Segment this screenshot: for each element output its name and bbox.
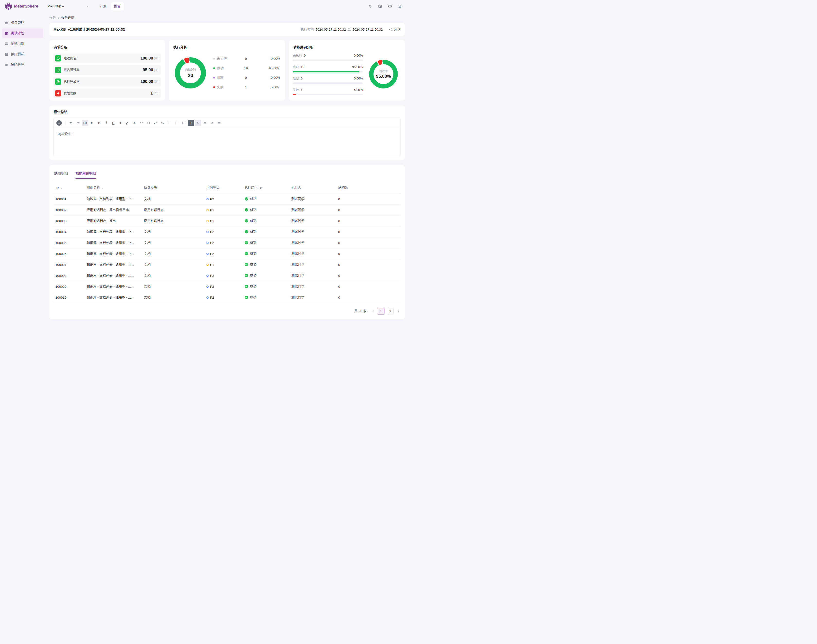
cell-level: P2 <box>204 238 243 248</box>
ordered-list-icon[interactable]: 123 <box>174 120 180 126</box>
analysis-cards: 请求分析 通过阈值 100.00 (%) 报告通过率 95.00 (%) 执行完… <box>49 40 405 101</box>
breadcrumb-parent[interactable]: 报告 <box>49 15 56 20</box>
sidebar-item-4[interactable]: 缺陷管理 <box>2 60 43 69</box>
cell-case-name[interactable]: 知识库 - 文档列表 - 通用型 - 上... <box>84 248 142 259</box>
donut-center-label: 通过率 <box>379 69 388 74</box>
sidebar-item-3[interactable]: API 接口测试 <box>2 49 43 59</box>
column-header-4: 执行结果 <box>243 181 290 194</box>
table-row[interactable]: 100007 知识库 - 文档列表 - 通用型 - 上... 文档 P1 成功 … <box>54 259 401 270</box>
strikethrough-icon[interactable]: T <box>117 120 123 126</box>
metric-unit: (%) <box>154 68 158 72</box>
nav-item-plan[interactable]: 计划 <box>97 2 109 11</box>
functional-analysis-card: 功能用例分析 未执行 0 0.00% 成功 19 <box>289 40 405 101</box>
level-ring-icon <box>206 198 209 200</box>
page-button-1[interactable]: 1 <box>378 308 384 314</box>
cell-case-name[interactable]: 应用对话日志 - 导出搜索日志 <box>84 205 142 216</box>
share-button[interactable]: 分享 <box>389 27 401 32</box>
table-row[interactable]: 100010 知识库 - 文档列表 - 通用型 - 上... 文档 P2 成功 … <box>54 292 401 303</box>
success-icon <box>245 263 248 266</box>
cell-case-name[interactable]: 知识库 - 文档列表 - 通用型 - 上... <box>84 292 142 303</box>
execution-analysis-title: 执行分析 <box>174 45 281 49</box>
chevron-down-icon <box>86 5 89 8</box>
sidebar-item-1[interactable]: 测试计划 <box>2 28 43 38</box>
legend-percent: 95.00% <box>269 66 280 70</box>
font-color-icon[interactable]: A <box>131 120 138 126</box>
underline-icon[interactable]: U <box>110 120 117 126</box>
filter-icon[interactable] <box>259 186 263 189</box>
table-row[interactable]: 100005 知识库 - 文档列表 - 通用型 - 上... 文档 P2 成功 … <box>54 238 401 248</box>
table-row[interactable]: 100003 应用对话日志 - 导出 应用对话日志 P1 成功 测试同学 0 <box>54 216 401 227</box>
bell-icon[interactable] <box>368 4 372 9</box>
cell-defects: 0 <box>336 227 401 238</box>
font-size-icon[interactable]: TT <box>89 120 95 126</box>
svg-text:x: x <box>154 122 155 124</box>
cell-case-name[interactable]: 知识库 - 文档列表 - 通用型 - 上... <box>84 270 142 281</box>
highlighter-icon[interactable] <box>124 120 131 126</box>
code-block-icon[interactable]: { } <box>188 120 194 126</box>
tab-functional-case-details[interactable]: 功能用例明细 <box>75 169 96 179</box>
cell-executor: 测试同学 <box>289 248 336 259</box>
metric-value: 1 <box>150 91 153 96</box>
column-header-5: 执行人 <box>289 181 336 194</box>
superscript-icon[interactable]: x2 <box>152 120 159 126</box>
align-left-icon[interactable] <box>195 120 201 126</box>
align-center-icon[interactable] <box>202 120 208 126</box>
legend-label: 阻塞 <box>217 75 237 80</box>
blockquote-icon[interactable] <box>138 120 145 126</box>
legend-count: 1 <box>237 85 254 89</box>
sidebar-item-0[interactable]: 项目管理 <box>2 18 43 28</box>
cell-case-name[interactable]: 应用对话日志 - 导出 <box>84 216 142 227</box>
align-justify-icon[interactable] <box>216 120 222 126</box>
cell-case-name[interactable]: 知识库 - 文档列表 - 通用型 - 上... <box>84 259 142 270</box>
bold-icon[interactable]: B <box>96 120 102 126</box>
translate-icon[interactable]: A <box>398 4 402 9</box>
table-row[interactable]: 100002 应用对话日志 - 导出搜索日志 应用对话日志 P1 成功 测试同学… <box>54 205 401 216</box>
subscript-icon[interactable]: x2 <box>160 120 166 126</box>
next-page-icon[interactable] <box>396 309 400 313</box>
column-header-3: 用例等级 <box>204 181 243 194</box>
undo-icon[interactable] <box>68 120 74 126</box>
functional-analysis-title: 功能用例分析 <box>293 45 401 49</box>
cell-case-name[interactable]: 知识库 - 文档列表 - 通用型 - 上... <box>84 194 142 205</box>
add-block-icon[interactable]: + <box>57 120 62 126</box>
tab-defect-details[interactable]: 缺陷明细 <box>54 169 68 179</box>
align-right-icon[interactable] <box>209 120 215 126</box>
redo-icon[interactable] <box>75 120 81 126</box>
bullet-list-icon[interactable] <box>167 120 173 126</box>
table-row[interactable]: 100001 知识库 - 文档列表 - 通用型 - 上... 文档 P2 成功 … <box>54 194 401 205</box>
sort-icon[interactable] <box>60 186 63 189</box>
heading-icon[interactable]: H# <box>82 120 88 126</box>
help-icon[interactable] <box>388 4 392 9</box>
cell-defects: 0 <box>336 248 401 259</box>
cell-case-name[interactable]: 知识库 - 文档列表 - 通用型 - 上... <box>84 238 142 248</box>
table-row[interactable]: 100004 知识库 - 文档列表 - 通用型 - 上... 文档 P2 成功 … <box>54 227 401 238</box>
cell-defects: 0 <box>336 205 401 216</box>
cell-defects: 0 <box>336 292 401 303</box>
prev-page-icon[interactable] <box>371 309 375 313</box>
table-row[interactable]: 100009 知识库 - 文档列表 - 通用型 - 上... 文档 P2 成功 … <box>54 281 401 292</box>
level-ring-icon <box>206 209 209 211</box>
nav-item-report[interactable]: 报告 <box>111 2 124 11</box>
task-list-icon[interactable] <box>181 120 187 126</box>
inline-code-icon[interactable] <box>145 120 152 126</box>
table-row[interactable]: 100006 知识库 - 文档列表 - 通用型 - 上... 文档 P2 成功 … <box>54 248 401 259</box>
cell-id: 100005 <box>54 238 84 248</box>
editor-content[interactable]: 测试通过！ <box>54 128 400 156</box>
calendar-clock-icon[interactable] <box>378 4 382 9</box>
metric-label: 报告通过率 <box>64 68 80 72</box>
pagination-total: 共 20 条 <box>354 309 366 313</box>
level-ring-icon <box>206 296 209 299</box>
metric-row: 缺陷总数 1 (个) <box>53 89 161 98</box>
cell-case-name[interactable]: 知识库 - 文档列表 - 通用型 - 上... <box>84 281 142 292</box>
column-header-2: 所属模块 <box>142 181 204 194</box>
sort-icon[interactable] <box>101 186 104 189</box>
cell-result: 成功 <box>243 292 290 303</box>
table-row[interactable]: 100008 知识库 - 文档列表 - 通用型 - 上... 文档 P2 成功 … <box>54 270 401 281</box>
cell-case-name[interactable]: 知识库 - 文档列表 - 通用型 - 上... <box>84 227 142 238</box>
legend-label: 失败 <box>217 85 237 89</box>
project-selector[interactable]: MaxKB项目 <box>48 4 89 9</box>
page-button-2[interactable]: 2 <box>387 308 394 314</box>
cell-defects: 0 <box>336 194 401 205</box>
sidebar-item-2[interactable]: 测试用例 <box>2 39 43 49</box>
italic-icon[interactable]: I <box>103 120 109 126</box>
